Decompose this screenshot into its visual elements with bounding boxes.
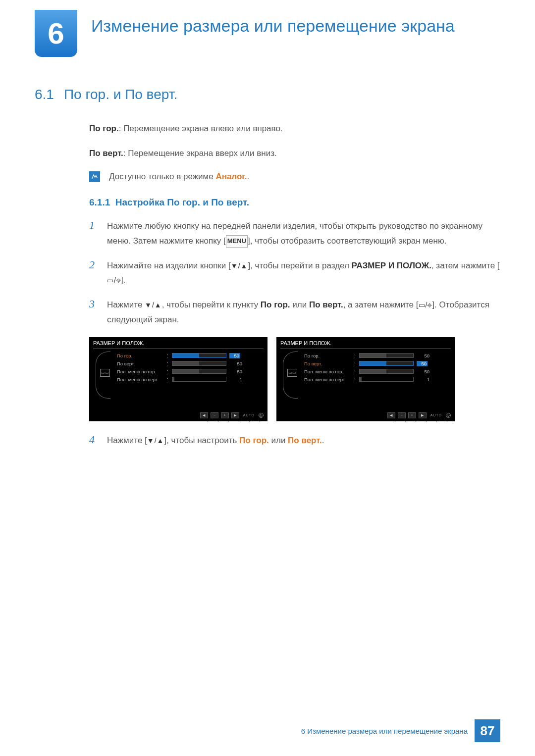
osd-power-icon: ⏻ [446,413,451,418]
note-highlight: Аналог. [215,172,247,181]
page: 6 Изменение размера или перемещение экра… [0,0,535,756]
note-text: Доступно только в режиме Аналог.. [109,172,249,182]
step-text: Нажмите ▼/▲, чтобы перейти к пункту По г… [107,298,500,327]
section-title: По гор. и По верт. [64,87,177,102]
osd-btn-left-icon: ◀ [387,412,395,418]
intro-line-2: По верт.: Перемещение экрана вверх или в… [89,147,500,160]
intro-bold-2: По верт. [89,149,123,158]
step-number: 3 [89,298,98,327]
osd-btn-plus-icon: + [408,412,416,418]
osd-row-active: По верт.: 50 [304,361,451,366]
page-number: 87 [475,719,500,742]
intro-line-1: По гор.: Перемещение экрана влево или вп… [89,122,500,135]
osd-row: По гор.: 50 [304,353,451,358]
osd-pair: РАЗМЕР И ПОЛОЖ. ▭▭ По гор.: 50 По вер [89,337,500,421]
osd-auto-label: AUTO [429,413,443,417]
osd-side: ▭▭ [93,352,113,411]
note-row: Доступно только в режиме Аналог.. [89,171,500,182]
down-up-icons: ▼/▲ [231,260,248,272]
step-number: 1 [89,219,98,249]
chapter-header: 6 Изменение размера или перемещение экра… [35,10,500,57]
step-number: 2 [89,258,98,288]
intro-bold-1: По гор. [89,124,119,133]
footer-text: 6 Изменение размера или перемещение экра… [301,727,475,735]
down-up-icons: ▼/▲ [145,299,162,311]
osd-title: РАЗМЕР И ПОЛОЖ. [280,340,451,349]
osd-category-icon: ▭▭ [100,369,110,377]
menu-chip: MENU [226,235,248,248]
osd-row: По верт.: 50 [117,361,264,366]
osd-rows: По гор.: 50 По верт.: 50 Пол. меню по го… [304,352,451,411]
step-3: 3 Нажмите ▼/▲, чтобы перейти к пункту По… [89,298,500,327]
step-text: Нажимайте на изделии кнопки [▼/▲], чтобы… [107,258,500,288]
step-text: Нажмите [▼/▲], чтобы настроить По гор. и… [107,433,500,448]
osd-row: Пол. меню по гор.: 50 [117,369,264,374]
osd-row: Пол. меню по гор.: 50 [304,369,451,374]
down-up-icons: ▼/▲ [147,435,164,447]
osd-title: РАЗМЕР И ПОЛОЖ. [93,340,264,349]
osd-panel-1: РАЗМЕР И ПОЛОЖ. ▭▭ По гор.: 50 По вер [89,337,268,421]
osd-row: Пол. меню по верт: 1 [117,377,264,382]
screen-enter-icons: ▭/⎆ [419,299,432,311]
step-number: 4 [89,433,98,448]
screen-enter-icons: ▭/⎆ [107,274,121,287]
adjust-ver: По верт. [288,436,322,445]
section-name: РАЗМЕР И ПОЛОЖ. [352,261,431,270]
osd-row-active: По гор.: 50 [117,353,264,358]
subsection-title: Настройка По гор. и По верт. [115,197,249,207]
body: По гор.: Перемещение экрана влево или вп… [89,122,500,448]
step-text: Нажмите любую кнопку на передней панели … [107,219,500,249]
subsection-number: 6.1.1 [89,197,110,207]
note-icon [89,171,100,182]
chapter-title: Изменение размера или перемещение экрана [91,10,455,37]
osd-btn-right-icon: ▶ [231,412,239,418]
osd-below-markers: ▾▾▾▾▾▾ [204,419,264,423]
chapter-number: 6 [48,16,64,50]
osd-btn-minus-icon: − [398,412,406,418]
osd-footer: ◀ − + ▶ AUTO ⏻ [387,412,451,418]
osd-power-icon: ⏻ [259,413,264,418]
osd-btn-minus-icon: − [211,412,218,418]
osd-rows: По гор.: 50 По верт.: 50 Пол. меню по го… [117,352,264,411]
osd-below-markers: ▾▾▾▾▾▾ [391,419,451,423]
osd-side: ▭▭ [280,352,300,411]
osd-btn-left-icon: ◀ [200,412,208,418]
step-2: 2 Нажимайте на изделии кнопки [▼/▲], что… [89,258,500,288]
osd-btn-plus-icon: + [221,412,229,418]
adjust-hor: По гор. [239,436,269,445]
osd-btn-right-icon: ▶ [419,412,427,418]
subsection-heading: 6.1.1 Настройка По гор. и По верт. [89,197,500,208]
page-footer: 6 Изменение размера или перемещение экра… [301,719,500,742]
section-heading: 6.1По гор. и По верт. [35,87,500,102]
osd-category-icon: ▭▭ [287,369,297,377]
step-1: 1 Нажмите любую кнопку на передней панел… [89,219,500,249]
osd-panel-2: РАЗМЕР И ПОЛОЖ. ▭▭ По гор.: 50 По вер [276,337,455,421]
section-number: 6.1 [35,87,54,102]
osd-footer: ◀ − + ▶ AUTO ⏻ [200,412,264,418]
osd-auto-label: AUTO [242,413,256,417]
osd-row: Пол. меню по верт: 1 [304,377,451,382]
chapter-badge: 6 [35,10,77,57]
step-4: 4 Нажмите [▼/▲], чтобы настроить По гор.… [89,433,500,448]
